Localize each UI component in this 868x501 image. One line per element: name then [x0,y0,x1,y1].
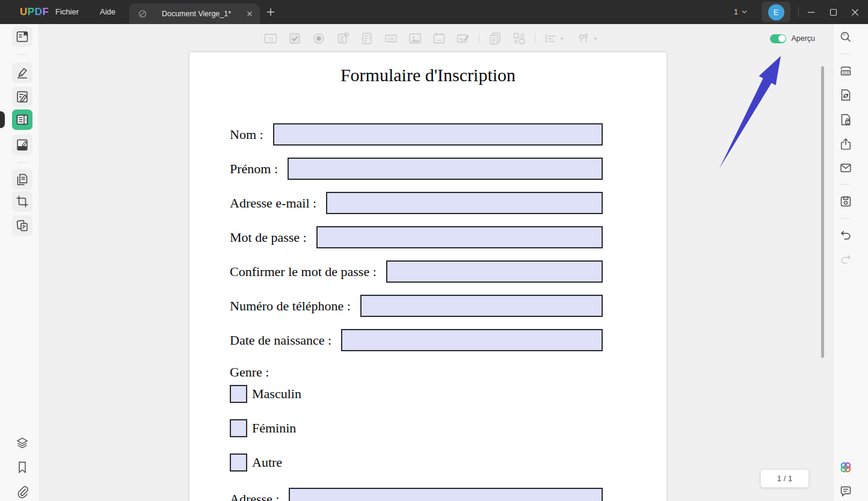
checkbox-field-tool[interactable] [286,30,303,47]
text-field-icon: TI [263,31,278,46]
radio-button-tool[interactable] [310,30,327,47]
updf-logo: UPDF [20,0,49,24]
field-confirmer-mot-de-passe[interactable] [386,260,603,283]
field-date-naissance[interactable] [341,329,603,351]
checkbox-label: Féminin [252,420,296,436]
sidebar-item-comments[interactable] [836,482,855,501]
sidebar-item-redo[interactable] [836,250,855,269]
menu-aide[interactable]: Aide [91,0,124,24]
account-button[interactable]: E [762,2,790,22]
toggle-knob [778,35,786,42]
minimize-button[interactable] [800,0,822,24]
sidebar-item-pdf-to-element[interactable] [12,215,32,236]
field-adresse[interactable] [289,488,603,501]
menu-fichier[interactable]: Fichier [47,0,87,24]
close-icon [851,8,859,16]
sidebar-item-attachments[interactable] [12,481,32,501]
sidebar-item-annotate[interactable] [12,63,32,83]
convert-pages-icon [15,218,29,233]
page-count-dropdown[interactable]: 1 [734,0,747,24]
form-body: Nom : Prénom : Adresse e-mail : Mot de p… [230,123,603,501]
sidebar-item-share[interactable] [836,135,855,154]
text-field-glyph: TI [268,36,274,42]
checkbox-autre[interactable] [230,453,247,472]
signature-field-icon [456,31,470,46]
sidebar-item-ai-assistant[interactable] [836,458,855,477]
avatar: E [768,4,784,20]
sidebar-item-email[interactable] [836,158,855,177]
undo-icon [839,229,853,243]
lock-document-icon [839,112,853,127]
text-field-tool[interactable]: TI [262,30,279,47]
sidebar-item-sign[interactable] [12,135,32,155]
search-icon [839,30,853,45]
list-box-tool[interactable] [359,30,375,47]
form-row: Date de naissance : [230,329,603,351]
preview-toggle-label: Aperçu [791,34,815,43]
layout-grid-tool[interactable] [511,30,528,47]
divider [479,33,479,44]
sidebar-item-undo[interactable] [836,226,855,245]
sidebar-item-edit-pdf[interactable] [12,87,32,107]
checkbox-masculin[interactable] [230,385,247,403]
document-tab[interactable]: Document Vierge_1* [129,4,260,24]
right-sidebar: OCR [833,24,868,501]
page-count-value: 1 [734,8,738,16]
image-field-icon [408,31,422,46]
sidebar-item-search[interactable] [836,28,855,47]
layout-grid-icon [512,31,526,46]
divider [17,162,27,163]
sidebar-item-reader[interactable] [12,26,32,47]
maximize-button[interactable] [822,0,844,24]
close-button[interactable] [844,0,866,24]
checkbox-feminin[interactable] [230,419,247,437]
plus-icon [266,7,275,17]
duplicate-tool[interactable] [487,30,503,47]
form-row: Prénom : [230,158,603,180]
sidebar-item-organize-pages[interactable] [12,169,32,189]
new-tab-button[interactable] [266,5,280,19]
sidebar-item-convert[interactable] [836,85,855,105]
field-nom[interactable] [273,123,603,146]
image-field-tool[interactable] [407,30,423,47]
field-label: Numéro de téléphone : [230,298,351,314]
field-mot-de-passe[interactable] [316,226,603,248]
field-email[interactable] [326,192,603,214]
field-prenom[interactable] [288,158,603,180]
checkbox-row: Féminin [230,419,603,437]
sidebar-item-ocr[interactable]: OCR [836,61,855,81]
form-icon [15,112,29,127]
sidebar-item-layers[interactable] [12,433,32,453]
redo-icon [839,253,853,267]
ocr-glyph: OCR [842,71,849,75]
sidebar-item-crop-pages[interactable] [12,191,32,212]
sidebar-item-prepare-form[interactable] [12,109,32,130]
document-title: Formulaire d'Inscription [189,52,666,85]
pages-icon [15,172,29,186]
tab-close-icon[interactable] [245,10,254,18]
highlighter-icon [15,66,29,80]
envelope-icon [839,161,853,175]
preview-toggle[interactable]: Aperçu [770,27,815,50]
field-telephone[interactable] [360,295,603,317]
push-button-tool[interactable]: OK [383,30,399,47]
field-properties-tool[interactable] [574,30,600,47]
main-content: TI [39,24,833,501]
alignment-tool[interactable] [543,30,567,47]
form-row: Nom : [230,123,603,146]
ai-assistant-icon [838,460,854,475]
vertical-scrollbar[interactable] [821,66,824,358]
combo-box-tool[interactable] [334,30,351,47]
form-field-toolbar: TI [262,27,600,50]
toggle-track[interactable] [770,34,786,43]
sidebar-item-protect[interactable] [836,110,855,129]
convert-icon [839,88,853,102]
date-field-tool[interactable] [431,30,448,47]
reader-icon [15,29,29,44]
sidebar-item-bookmarks[interactable] [12,457,32,478]
sidebar-item-save[interactable] [836,192,855,211]
annotation-arrow [704,51,788,171]
tab-title: Document Vierge_1* [147,10,245,18]
panel-flyout-handle[interactable] [0,111,5,128]
signature-field-tool[interactable] [455,30,472,47]
